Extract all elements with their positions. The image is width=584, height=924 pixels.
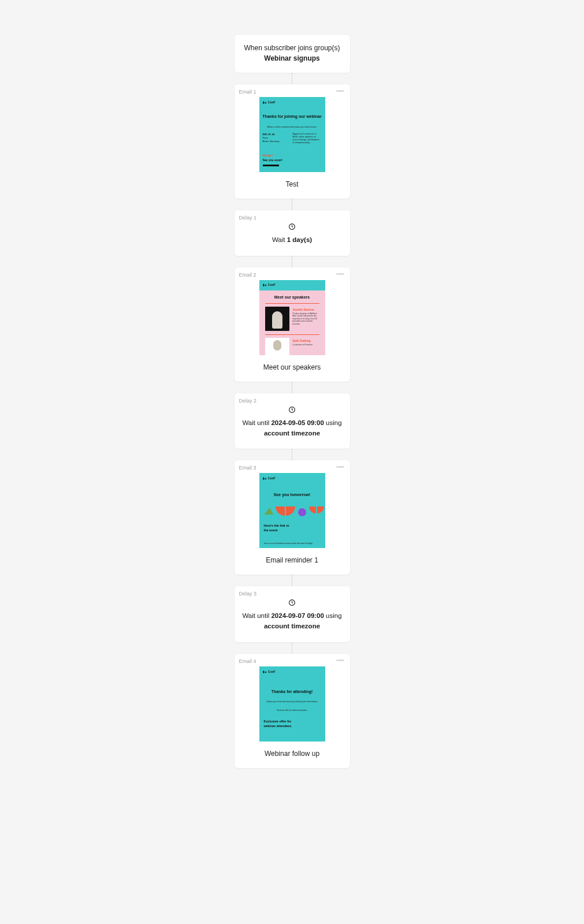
step-badge	[336, 660, 344, 661]
connector	[292, 449, 292, 460]
delay-text: Wait until 2024-09-05 09:00 using accoun…	[241, 418, 343, 439]
thumb-bar	[263, 165, 279, 166]
email-thumbnail: ▮▲ ConF Thanks for joining our webinar B…	[259, 97, 325, 172]
connector	[292, 256, 292, 267]
trigger-prefix: When subscriber joins group(s)	[244, 44, 340, 52]
thumb-soon: See you soon!	[263, 158, 282, 162]
connector	[292, 642, 292, 654]
delay-text: Wait until 2024-09-07 09:00 using accoun…	[241, 611, 343, 632]
email-title: Test	[244, 180, 341, 188]
email-step-3[interactable]: Email 3 ▮▲ ConF See you tomorrow! Here's…	[235, 460, 350, 575]
thumb-logo: ▮▲ ConF	[263, 670, 276, 673]
delay-step-1[interactable]: Delay 1 Wait 1 day(s)	[235, 210, 350, 256]
step-label: Email 1	[239, 89, 256, 95]
thumb-meta-right: Biggest tech conference in Berlin, where…	[293, 133, 322, 144]
speaker-name: Josefin Saoirse	[293, 308, 314, 311]
trigger-card[interactable]: When subscriber joins group(s) Webinar s…	[235, 35, 350, 73]
thumb-sub: Join us on our Facebook stream under the…	[264, 542, 321, 545]
svg-point-3	[298, 508, 306, 516]
trigger-group: Webinar signups	[264, 54, 319, 62]
step-badge	[336, 273, 344, 275]
trigger-text: When subscriber joins group(s) Webinar s…	[244, 43, 341, 64]
thumb-headline: Thanks for joining our webinar	[259, 114, 325, 120]
clock-icon	[288, 223, 296, 230]
thumb-logo: ▮▲ ConF	[263, 476, 276, 480]
email-title: Meet our speakers	[244, 363, 341, 371]
thumb-logo: ▮▲ ConF	[263, 283, 276, 286]
thumb-meta-left: DEC 22–24 From Berlin, Germany	[263, 133, 280, 143]
email-thumbnail: ▮▲ ConF Meet our speakers Josefin Saoirs…	[259, 280, 325, 355]
step-badge	[336, 90, 344, 92]
email-step-1[interactable]: Email 1 ▮▲ ConF Thanks for joining our w…	[235, 84, 350, 199]
step-label: Email 2	[239, 272, 256, 278]
step-label: Delay 2	[239, 398, 257, 404]
delay-step-3[interactable]: Delay 3 Wait until 2024-09-07 09:00 usin…	[235, 586, 350, 642]
thumb-headline: See you tomorrow!	[259, 493, 325, 497]
thumb-sub: Below is all the essential information y…	[259, 126, 325, 128]
email-thumbnail: ▮▲ ConF See you tomorrow! Here's the lin…	[259, 473, 325, 548]
step-label: Delay 1	[239, 215, 257, 221]
speaker-desc: Product designer at MyRead Mail. Josefin…	[293, 312, 321, 325]
email-step-4[interactable]: Email 4 ▮▲ ConF Thanks for attending! Cl…	[235, 654, 350, 768]
connector	[292, 575, 292, 586]
thumb-cta-text: Exclusive offer for webinar attendees	[264, 720, 292, 729]
email-step-2[interactable]: Email 2 ▮▲ ConF Meet our speakers Josefi…	[235, 267, 350, 382]
thumb-note: Exclusive offer for webinar attendees	[259, 709, 325, 711]
connector	[292, 382, 292, 393]
speaker-name: Seth Fielding	[293, 339, 311, 342]
delay-text: Wait 1 day(s)	[241, 235, 343, 245]
thumb-shapes	[259, 502, 325, 519]
thumb-cta-text: Here's the link to the event	[264, 524, 289, 533]
email-thumbnail: ▮▲ ConF Thanks for attending! Claim your…	[259, 666, 325, 742]
automation-flow: When subscriber joins group(s) Webinar s…	[0, 35, 584, 768]
thumb-headline: Meet our speakers	[259, 295, 325, 299]
email-title: Email reminder 1	[244, 556, 341, 564]
thumb-headline: Thanks for attending!	[259, 690, 325, 694]
step-label: Email 3	[239, 465, 256, 471]
clock-icon	[288, 406, 296, 413]
speaker-desc: Co-founder at Prototool	[293, 344, 321, 346]
email-title: Webinar follow up	[244, 750, 341, 758]
step-label: Delay 3	[239, 591, 257, 597]
connector	[292, 73, 292, 84]
step-label: Email 4	[239, 658, 256, 664]
thumb-ready: Ready?	[263, 154, 273, 157]
clock-icon	[288, 599, 296, 606]
thumb-sub: Claim your free discount by clicking the…	[265, 700, 319, 703]
delay-step-2[interactable]: Delay 2 Wait until 2024-09-05 09:00 usin…	[235, 393, 350, 449]
connector	[292, 199, 292, 210]
thumb-logo: ▮▲ ConF	[263, 100, 276, 104]
svg-marker-2	[264, 508, 273, 515]
step-badge	[336, 466, 344, 468]
